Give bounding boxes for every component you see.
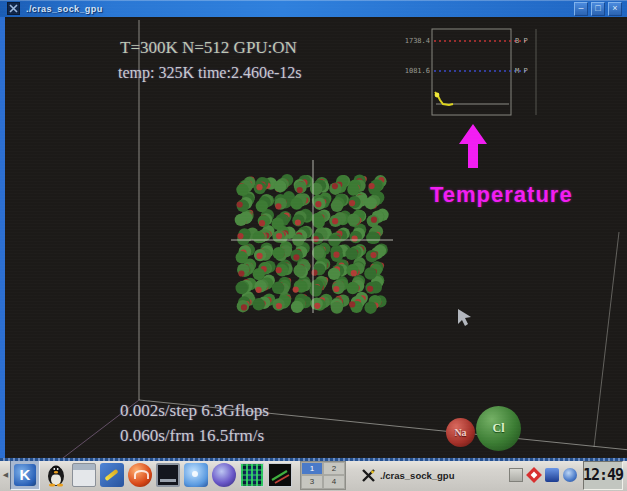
na-legend-sphere: Na bbox=[446, 418, 475, 447]
tux-icon bbox=[44, 463, 68, 487]
window-controls: – □ × bbox=[574, 2, 627, 16]
task-label: ./cras_sock_gpu bbox=[380, 470, 454, 481]
cl-legend-sphere: Cl bbox=[476, 406, 521, 451]
desktop-screen: ./cras_sock_gpu – □ × T=300K N=512 GPU:O… bbox=[0, 0, 627, 491]
bp-value-label: 1738.4 bbox=[402, 37, 430, 45]
mp-value-label: 1081.6 bbox=[402, 67, 430, 75]
browser-launcher[interactable] bbox=[212, 463, 236, 487]
streaks-icon bbox=[269, 464, 291, 486]
kmenu-button[interactable]: K bbox=[10, 460, 40, 490]
pager-desktop-1[interactable]: 1 bbox=[301, 462, 323, 476]
filemanager-launcher[interactable] bbox=[72, 463, 96, 487]
kmenu-icon: K bbox=[14, 464, 36, 486]
bp-tag-label: B P bbox=[515, 37, 528, 45]
pager-desktop-3[interactable]: 3 bbox=[301, 475, 323, 489]
terminal-launcher[interactable] bbox=[156, 463, 180, 487]
taskbar-clock[interactable]: 12:49 bbox=[583, 461, 623, 490]
window-title: ./cras_sock_gpu bbox=[26, 4, 103, 14]
close-button[interactable]: × bbox=[608, 2, 622, 16]
maximize-button[interactable]: □ bbox=[591, 2, 605, 16]
simulation-viewport[interactable] bbox=[0, 17, 627, 458]
red-app-launcher[interactable] bbox=[128, 463, 152, 487]
panel-hide-arrow-icon[interactable]: ◀ bbox=[1, 462, 10, 488]
task-button[interactable]: ./cras_sock_gpu bbox=[354, 462, 462, 488]
tray-mixer-icon[interactable] bbox=[563, 468, 577, 482]
draw-tool-launcher[interactable] bbox=[100, 463, 124, 487]
window-left-border bbox=[0, 17, 5, 458]
matrix-app-launcher[interactable] bbox=[240, 463, 264, 487]
pager-desktop-4[interactable]: 4 bbox=[323, 475, 345, 489]
window-titlebar[interactable]: ./cras_sock_gpu – □ × bbox=[0, 0, 627, 17]
chat-launcher[interactable] bbox=[184, 463, 208, 487]
tray-document-icon[interactable] bbox=[509, 468, 523, 482]
minimize-button[interactable]: – bbox=[574, 2, 588, 16]
sim-perf-line-2: 0.060s/frm 16.5frm/s bbox=[120, 426, 264, 446]
mp-tag-label: M P bbox=[515, 67, 528, 75]
sim-status-line: T=300K N=512 GPU:ON bbox=[120, 38, 297, 58]
cl-symbol: Cl bbox=[493, 421, 505, 436]
sim-perf-line-1: 0.002s/step 6.3Gflops bbox=[120, 401, 269, 421]
task-x11-icon bbox=[362, 469, 375, 482]
tray-network-icon[interactable] bbox=[545, 468, 559, 482]
sim-temp-line: temp: 325K time:2.460e-12s bbox=[118, 64, 302, 82]
tray-klipper-icon[interactable] bbox=[526, 467, 542, 483]
x11-app-icon bbox=[7, 2, 20, 15]
na-symbol: Na bbox=[454, 427, 466, 438]
system-tray bbox=[509, 468, 577, 482]
tux-launcher[interactable] bbox=[44, 463, 68, 487]
pager-desktop-2[interactable]: 2 bbox=[323, 462, 345, 476]
taskbar: ◀ K 1 bbox=[0, 458, 627, 491]
desktop-pager: 1 2 3 4 bbox=[300, 461, 346, 490]
render-app-launcher[interactable] bbox=[268, 463, 292, 487]
temperature-label: Temperature bbox=[430, 182, 573, 208]
